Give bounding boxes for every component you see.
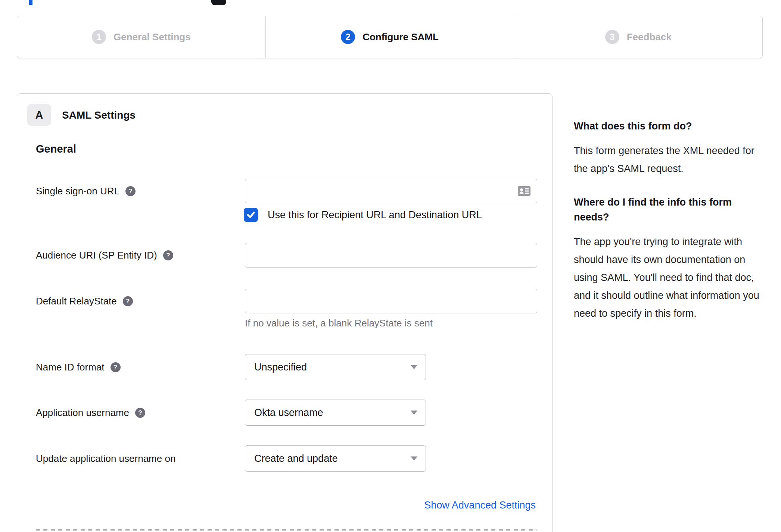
relay-state-label: Default RelayState ? [36,295,133,307]
step-2-label: Configure SAML [363,31,439,43]
dashed-divider [36,529,536,531]
name-id-format-label: Name ID format ? [36,362,121,373]
show-advanced-settings-link[interactable]: Show Advanced Settings [424,500,536,511]
application-username-value: Okta username [254,407,323,419]
relay-state-input[interactable] [245,289,537,313]
recipient-url-checkbox-row: Use this for Recipient URL and Destinati… [244,208,482,222]
audience-uri-help-icon[interactable]: ? [163,250,173,260]
sso-url-input[interactable] [245,179,537,203]
step-1-label: General Settings [113,31,191,43]
step-3-label: Feedback [627,31,672,43]
recipient-url-checkbox[interactable] [244,208,258,222]
help-sidebar: What does this form do? This form genera… [574,119,765,339]
step-2-circle: 2 [341,30,355,44]
name-id-format-help-icon[interactable]: ? [111,362,121,372]
name-id-format-value: Unspecified [254,362,307,373]
wizard-stepper: 1 General Settings 2 Configure SAML 3 Fe… [17,16,763,58]
panel-title: SAML Settings [62,109,136,121]
step-feedback: 3 Feedback [514,16,762,58]
audience-uri-input[interactable] [245,243,537,267]
checkmark-icon [247,212,255,218]
recipient-url-checkbox-label: Use this for Recipient URL and Destinati… [268,209,482,221]
application-username-label: Application username ? [36,407,145,419]
application-username-help-icon[interactable]: ? [135,408,145,418]
update-username-label: Update application username on [36,453,175,464]
step-1-circle: 1 [92,30,106,44]
help-q1-title: What does this form do? [574,119,765,134]
sso-url-input-wrap [245,179,537,203]
section-a-badge: A [27,104,51,126]
audience-uri-label: Audience URI (SP Entity ID) ? [36,250,173,261]
chevron-down-icon [411,411,417,415]
sso-url-help-icon[interactable]: ? [125,186,136,196]
update-username-value: Create and update [254,453,338,464]
relay-state-hint: If no value is set, a blank RelayState i… [245,317,433,329]
relay-state-help-icon[interactable]: ? [123,296,133,306]
help-q1-body: This form generates the XML needed for t… [574,142,765,178]
general-section-title: General [36,143,76,155]
cutoff-logo-fragment [211,0,226,5]
help-q2-body: The app you're trying to integrate with … [574,233,765,322]
update-username-select[interactable]: Create and update [245,445,426,472]
step-general-settings: 1 General Settings [17,16,266,58]
chevron-down-icon [411,457,417,461]
help-q2-title: Where do I find the info this form needs… [574,195,765,225]
cutoff-page-title-fragment [29,0,32,5]
application-username-select[interactable]: Okta username [245,400,426,426]
name-id-format-select[interactable]: Unspecified [245,354,426,380]
step-configure-saml: 2 Configure SAML [266,16,514,58]
step-3-circle: 3 [605,30,619,44]
sso-url-label: Single sign-on URL ? [36,185,136,197]
saml-settings-panel: A SAML Settings General Single sign-on U… [17,93,553,532]
chevron-down-icon [411,365,417,369]
